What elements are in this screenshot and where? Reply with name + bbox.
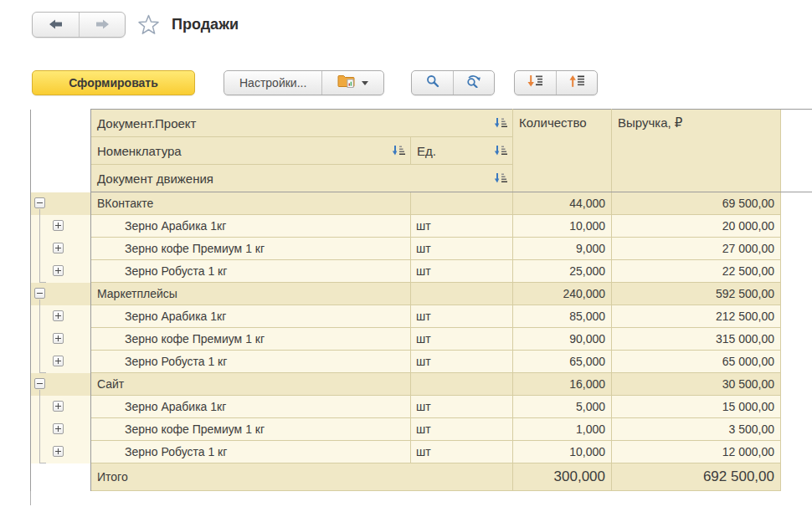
revenue-cell[interactable]: 22 500,00 [612,260,781,283]
qty-cell[interactable]: 10,000 [513,215,612,238]
magnifier-continue-icon [466,74,481,91]
tree-gutter-header [31,110,91,192]
revenue-cell[interactable]: 12 000,00 [612,441,781,463]
expand-row-button[interactable] [53,265,64,276]
unit-cell[interactable]: шт [411,351,513,373]
expand-row-button[interactable] [53,356,64,366]
sort-ascending-icon [392,145,405,156]
favorite-star-icon[interactable] [137,14,160,35]
search-button[interactable] [412,71,453,95]
collapse-group-button[interactable] [34,288,45,299]
folder-report-icon [337,74,356,92]
expand-row-button[interactable] [53,243,64,253]
group-name-cell[interactable]: ВКонтакте [91,192,411,215]
item-name-cell[interactable]: Зерно Робуста 1 кг [91,260,411,283]
sort-ascending-icon [494,117,507,129]
unit-cell[interactable] [411,192,513,215]
item-name-cell[interactable]: Зерно Арабика 1кг [91,305,411,328]
back-button[interactable] [33,13,79,37]
header-cell-nomenclature[interactable]: Номенклатура [91,137,411,165]
revenue-cell[interactable]: 20 000,00 [612,215,781,238]
unit-cell[interactable]: шт [411,396,513,418]
tree-cell [31,351,91,373]
unit-cell[interactable]: шт [411,305,513,328]
expand-row-button[interactable] [53,446,64,457]
total-label[interactable]: Итого [91,463,513,491]
qty-cell[interactable]: 65,000 [513,351,612,373]
item-name-cell[interactable]: Зерно кофе Премиум 1 кг [91,418,411,441]
tree-cell [31,418,91,441]
revenue-cell[interactable]: 3 500,00 [612,418,781,441]
magnifier-icon [426,74,439,91]
unit-cell[interactable]: шт [411,215,513,238]
qty-cell[interactable]: 10,000 [513,441,612,463]
item-name-cell[interactable]: Зерно кофе Премиум 1 кг [91,328,411,351]
generate-button[interactable]: Сформировать [32,70,195,95]
tree-cell [31,305,91,328]
group-name-cell[interactable]: Маркетплейсы [91,283,411,305]
revenue-cell[interactable]: 315 000,00 [612,328,781,351]
settings-button[interactable]: Настройки... [224,71,321,95]
unit-cell[interactable]: шт [411,441,513,463]
header-cell-unit[interactable]: Ед. [411,137,513,165]
revenue-cell[interactable]: 212 500,00 [612,305,781,328]
header-cell-movement[interactable]: Документ движения [91,165,513,192]
unit-cell[interactable] [411,373,513,396]
unit-cell[interactable]: шт [411,328,513,351]
unit-cell[interactable]: шт [411,260,513,283]
group-row: Маркетплейсы240,000592 500,00 [31,283,781,305]
qty-cell[interactable]: 85,000 [513,305,612,328]
item-name-cell[interactable]: Зерно Робуста 1 кг [91,351,411,373]
report-area: Документ.Проект Количество Выручка, ₽ [30,109,809,491]
qty-cell[interactable]: 16,000 [513,373,612,396]
total-qty[interactable]: 300,000 [513,463,612,491]
unit-cell[interactable]: шт [411,418,513,441]
expand-row-button[interactable] [53,220,64,231]
report-body: ВКонтакте44,00069 500,00Зерно Арабика 1к… [31,192,781,463]
revenue-cell[interactable]: 27 000,00 [612,238,781,260]
item-row: Зерно Робуста 1 кгшт10,00012 000,00 [31,441,781,463]
expand-row-button[interactable] [53,333,64,344]
item-name-cell[interactable]: Зерно Арабика 1кг [91,215,411,238]
qty-cell[interactable]: 44,000 [513,192,612,215]
header-cell-project[interactable]: Документ.Проект [91,110,513,137]
header-cell-qty[interactable]: Количество [513,110,612,192]
search-group [411,70,495,95]
collapse-group-button[interactable] [34,378,45,389]
collapse-all-groups-button[interactable] [556,71,597,95]
sort-ascending-icon [494,145,507,156]
tree-cell [31,373,91,396]
expand-row-button[interactable] [53,423,64,434]
unit-cell[interactable]: шт [411,238,513,260]
revenue-cell[interactable]: 65 000,00 [612,351,781,373]
item-name-cell[interactable]: Зерно кофе Премиум 1 кг [91,238,411,260]
group-name-cell[interactable]: Сайт [91,373,411,396]
revenue-cell[interactable]: 592 500,00 [612,283,781,305]
continue-search-button[interactable] [453,71,494,95]
tree-cell [31,260,91,283]
unit-cell[interactable] [411,283,513,305]
qty-cell[interactable]: 240,000 [513,283,612,305]
item-name-cell[interactable]: Зерно Арабика 1кг [91,396,411,418]
qty-cell[interactable]: 5,000 [513,396,612,418]
revenue-cell[interactable]: 69 500,00 [612,192,781,215]
qty-cell[interactable]: 9,000 [513,238,612,260]
expand-row-button[interactable] [53,310,64,321]
sort-ascending-icon [494,172,507,184]
header-cell-revenue[interactable]: Выручка, ₽ [612,110,781,192]
item-row: Зерно Робуста 1 кгшт65,00065 000,00 [31,351,781,373]
expand-all-groups-button[interactable] [515,71,556,95]
revenue-cell[interactable]: 30 500,00 [612,373,781,396]
item-row: Зерно Арабика 1кгшт85,000212 500,00 [31,305,781,328]
grid-left-line [30,491,31,505]
revenue-cell[interactable]: 15 000,00 [612,396,781,418]
qty-cell[interactable]: 90,000 [513,328,612,351]
qty-cell[interactable]: 25,000 [513,260,612,283]
report-variants-button[interactable] [321,71,383,95]
qty-cell[interactable]: 1,000 [513,418,612,441]
expand-row-button[interactable] [53,401,64,412]
forward-button[interactable] [79,13,125,37]
collapse-group-button[interactable] [34,197,45,208]
total-revenue[interactable]: 692 500,00 [612,463,781,491]
item-name-cell[interactable]: Зерно Робуста 1 кг [91,441,411,463]
